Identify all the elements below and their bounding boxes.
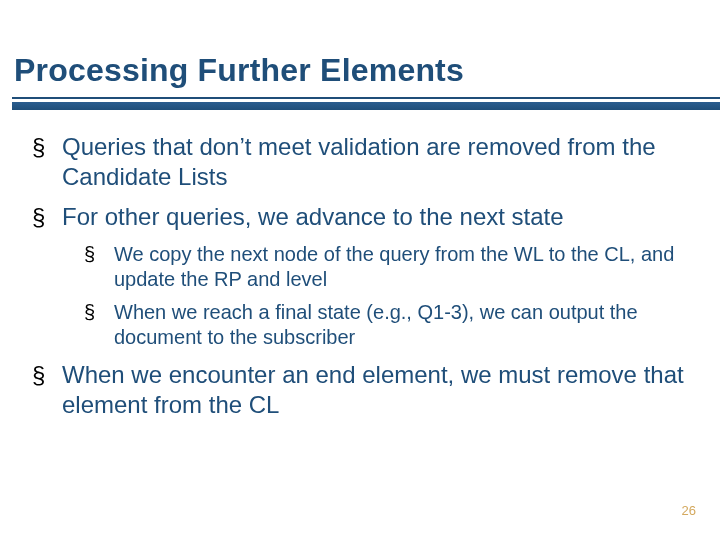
content-area: Queries that don’t meet validation are r… <box>12 132 720 420</box>
bullet-item: When we encounter an end element, we mus… <box>32 360 720 420</box>
bullet-list: Queries that don’t meet validation are r… <box>32 132 720 420</box>
sub-bullet-text: When we reach a final state (e.g., Q1-3)… <box>114 301 638 348</box>
sub-bullet-list: We copy the next node of the query from … <box>62 242 720 350</box>
bullet-text: Queries that don’t meet validation are r… <box>62 133 656 190</box>
slide-title: Processing Further Elements <box>12 52 720 95</box>
bullet-item: For other queries, we advance to the nex… <box>32 202 720 350</box>
bullet-text: For other queries, we advance to the nex… <box>62 203 564 230</box>
sub-bullet-item: When we reach a final state (e.g., Q1-3)… <box>84 300 720 350</box>
sub-bullet-text: We copy the next node of the query from … <box>114 243 674 290</box>
title-rule-thin <box>12 97 720 99</box>
sub-bullet-item: We copy the next node of the query from … <box>84 242 720 292</box>
title-underline <box>12 97 720 110</box>
bullet-item: Queries that don’t meet validation are r… <box>32 132 720 192</box>
slide: Processing Further Elements Queries that… <box>0 0 720 540</box>
page-number: 26 <box>682 503 696 518</box>
bullet-text: When we encounter an end element, we mus… <box>62 361 684 418</box>
title-rule-thick <box>12 102 720 110</box>
